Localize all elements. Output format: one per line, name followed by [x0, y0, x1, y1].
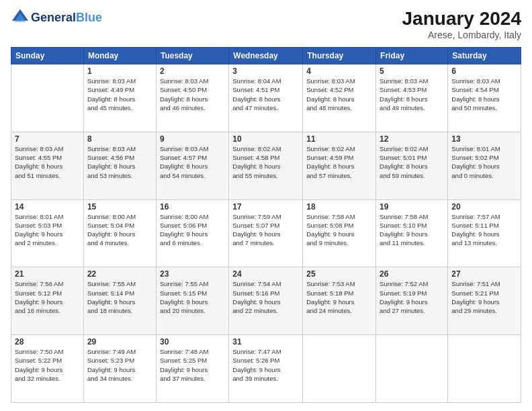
- calendar-cell: 17Sunrise: 7:59 AMSunset: 5:07 PMDayligh…: [229, 199, 303, 267]
- calendar-cell: 26Sunrise: 7:52 AMSunset: 5:19 PMDayligh…: [376, 267, 448, 335]
- calendar-cell: 11Sunrise: 8:02 AMSunset: 4:59 PMDayligh…: [303, 132, 376, 199]
- day-info: Sunrise: 8:03 AMSunset: 4:55 PMDaylight:…: [15, 144, 80, 180]
- logo-text-general: General: [31, 11, 76, 25]
- day-info: Sunrise: 7:58 AMSunset: 5:10 PMDaylight:…: [380, 212, 444, 248]
- col-saturday: Saturday: [448, 48, 521, 64]
- calendar-cell: [11, 64, 84, 132]
- col-friday: Friday: [376, 48, 448, 64]
- day-number: 29: [87, 337, 152, 347]
- day-number: 28: [15, 337, 80, 347]
- day-info: Sunrise: 8:03 AMSunset: 4:57 PMDaylight:…: [160, 144, 225, 180]
- day-number: 4: [306, 66, 372, 76]
- calendar-cell: 13Sunrise: 8:01 AMSunset: 5:02 PMDayligh…: [448, 132, 521, 199]
- day-number: 3: [232, 66, 299, 76]
- day-info: Sunrise: 7:50 AMSunset: 5:22 PMDaylight:…: [15, 347, 80, 383]
- day-info: Sunrise: 8:04 AMSunset: 4:51 PMDaylight:…: [232, 77, 299, 112]
- day-number: 14: [15, 202, 80, 212]
- day-number: 17: [232, 202, 299, 212]
- day-info: Sunrise: 7:55 AMSunset: 5:14 PMDaylight:…: [87, 279, 152, 315]
- day-number: 27: [451, 269, 517, 279]
- day-number: 24: [232, 269, 299, 279]
- calendar-cell: [303, 335, 376, 403]
- col-sunday: Sunday: [11, 48, 84, 64]
- day-number: 2: [160, 66, 225, 76]
- calendar-week-5: 28Sunrise: 7:50 AMSunset: 5:22 PMDayligh…: [11, 335, 521, 403]
- calendar-cell: 30Sunrise: 7:48 AMSunset: 5:25 PMDayligh…: [156, 335, 228, 403]
- day-number: 7: [15, 134, 80, 144]
- calendar-cell: 21Sunrise: 7:56 AMSunset: 5:12 PMDayligh…: [11, 267, 84, 335]
- calendar-cell: 10Sunrise: 8:02 AMSunset: 4:58 PMDayligh…: [229, 132, 303, 199]
- calendar-cell: 12Sunrise: 8:02 AMSunset: 5:01 PMDayligh…: [376, 132, 448, 199]
- calendar-cell: [448, 335, 521, 403]
- day-number: 30: [160, 337, 225, 347]
- calendar-week-4: 21Sunrise: 7:56 AMSunset: 5:12 PMDayligh…: [11, 267, 521, 335]
- calendar-cell: 15Sunrise: 8:00 AMSunset: 5:04 PMDayligh…: [83, 199, 156, 267]
- day-info: Sunrise: 8:00 AMSunset: 5:04 PMDaylight:…: [87, 212, 152, 248]
- day-number: 15: [87, 202, 152, 212]
- day-info: Sunrise: 7:55 AMSunset: 5:15 PMDaylight:…: [160, 279, 225, 315]
- header: General Blue January 2024 Arese, Lombard…: [11, 8, 521, 40]
- day-number: 8: [87, 134, 152, 144]
- calendar-cell: 4Sunrise: 8:03 AMSunset: 4:52 PMDaylight…: [303, 64, 376, 132]
- calendar-cell: 24Sunrise: 7:54 AMSunset: 5:16 PMDayligh…: [229, 267, 303, 335]
- calendar-cell: 16Sunrise: 8:00 AMSunset: 5:06 PMDayligh…: [156, 199, 228, 267]
- day-number: 11: [306, 134, 372, 144]
- calendar-cell: 8Sunrise: 8:03 AMSunset: 4:56 PMDaylight…: [83, 132, 156, 199]
- location: Arese, Lombardy, Italy: [402, 30, 521, 40]
- day-number: 25: [306, 269, 372, 279]
- day-info: Sunrise: 7:51 AMSunset: 5:21 PMDaylight:…: [451, 279, 517, 315]
- day-info: Sunrise: 8:03 AMSunset: 4:54 PMDaylight:…: [451, 77, 517, 112]
- day-number: 22: [87, 269, 152, 279]
- day-info: Sunrise: 8:03 AMSunset: 4:53 PMDaylight:…: [380, 77, 444, 112]
- calendar-cell: 20Sunrise: 7:57 AMSunset: 5:11 PMDayligh…: [448, 199, 521, 267]
- day-number: 13: [451, 134, 517, 144]
- day-number: 19: [380, 202, 444, 212]
- calendar-cell: 3Sunrise: 8:04 AMSunset: 4:51 PMDaylight…: [229, 64, 303, 132]
- calendar-week-1: 1Sunrise: 8:03 AMSunset: 4:49 PMDaylight…: [11, 64, 521, 132]
- day-info: Sunrise: 7:52 AMSunset: 5:19 PMDaylight:…: [380, 279, 444, 315]
- calendar-cell: 27Sunrise: 7:51 AMSunset: 5:21 PMDayligh…: [448, 267, 521, 335]
- day-number: 5: [380, 66, 444, 76]
- day-number: 9: [160, 134, 225, 144]
- calendar-week-3: 14Sunrise: 8:01 AMSunset: 5:03 PMDayligh…: [11, 199, 521, 267]
- day-info: Sunrise: 8:01 AMSunset: 5:02 PMDaylight:…: [451, 144, 517, 180]
- calendar-cell: [376, 335, 448, 403]
- day-number: 16: [160, 202, 225, 212]
- day-info: Sunrise: 7:47 AMSunset: 5:26 PMDaylight:…: [232, 347, 299, 383]
- day-number: 26: [380, 269, 444, 279]
- day-info: Sunrise: 8:03 AMSunset: 4:52 PMDaylight:…: [306, 77, 372, 112]
- calendar-cell: 7Sunrise: 8:03 AMSunset: 4:55 PMDaylight…: [11, 132, 84, 199]
- col-tuesday: Tuesday: [156, 48, 228, 64]
- calendar-cell: 14Sunrise: 8:01 AMSunset: 5:03 PMDayligh…: [11, 199, 84, 267]
- day-info: Sunrise: 7:53 AMSunset: 5:18 PMDaylight:…: [306, 279, 372, 315]
- logo: General Blue: [11, 8, 102, 27]
- calendar-cell: 18Sunrise: 7:58 AMSunset: 5:08 PMDayligh…: [303, 199, 376, 267]
- day-info: Sunrise: 8:01 AMSunset: 5:03 PMDaylight:…: [15, 212, 80, 248]
- calendar-cell: 6Sunrise: 8:03 AMSunset: 4:54 PMDaylight…: [448, 64, 521, 132]
- day-info: Sunrise: 8:03 AMSunset: 4:49 PMDaylight:…: [87, 77, 152, 112]
- day-info: Sunrise: 7:54 AMSunset: 5:16 PMDaylight:…: [232, 279, 299, 315]
- calendar-cell: 29Sunrise: 7:49 AMSunset: 5:23 PMDayligh…: [83, 335, 156, 403]
- col-thursday: Thursday: [303, 48, 376, 64]
- calendar-cell: 22Sunrise: 7:55 AMSunset: 5:14 PMDayligh…: [83, 267, 156, 335]
- day-info: Sunrise: 7:48 AMSunset: 5:25 PMDaylight:…: [160, 347, 225, 383]
- calendar-cell: 31Sunrise: 7:47 AMSunset: 5:26 PMDayligh…: [229, 335, 303, 403]
- day-number: 18: [306, 202, 372, 212]
- day-info: Sunrise: 7:59 AMSunset: 5:07 PMDaylight:…: [232, 212, 299, 248]
- month-title: January 2024: [402, 8, 521, 30]
- day-number: 1: [87, 66, 152, 76]
- day-info: Sunrise: 8:00 AMSunset: 5:06 PMDaylight:…: [160, 212, 225, 248]
- calendar-cell: 9Sunrise: 8:03 AMSunset: 4:57 PMDaylight…: [156, 132, 228, 199]
- calendar-cell: 25Sunrise: 7:53 AMSunset: 5:18 PMDayligh…: [303, 267, 376, 335]
- logo-text-blue: Blue: [76, 11, 102, 25]
- day-info: Sunrise: 7:58 AMSunset: 5:08 PMDaylight:…: [306, 212, 372, 248]
- calendar-cell: 23Sunrise: 7:55 AMSunset: 5:15 PMDayligh…: [156, 267, 228, 335]
- calendar-cell: 28Sunrise: 7:50 AMSunset: 5:22 PMDayligh…: [11, 335, 84, 403]
- day-number: 6: [451, 66, 517, 76]
- day-info: Sunrise: 7:56 AMSunset: 5:12 PMDaylight:…: [15, 279, 80, 315]
- calendar-cell: 2Sunrise: 8:03 AMSunset: 4:50 PMDaylight…: [156, 64, 228, 132]
- calendar-cell: 1Sunrise: 8:03 AMSunset: 4:49 PMDaylight…: [83, 64, 156, 132]
- title-block: January 2024 Arese, Lombardy, Italy: [402, 8, 521, 40]
- calendar-header-row: Sunday Monday Tuesday Wednesday Thursday…: [11, 48, 521, 64]
- day-info: Sunrise: 8:03 AMSunset: 4:50 PMDaylight:…: [160, 77, 225, 112]
